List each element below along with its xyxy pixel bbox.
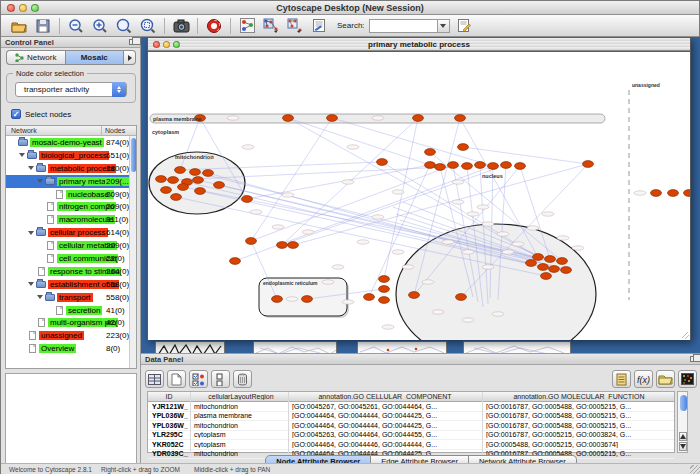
table-column-header[interactable]: annotation.GO MOLECULAR_FUNCTION (482, 393, 676, 400)
network-node[interactable] (379, 286, 390, 293)
scroll-down-button[interactable] (679, 442, 687, 451)
network-node[interactable] (488, 163, 499, 170)
network-node[interactable] (533, 254, 544, 261)
network-node[interactable] (272, 296, 283, 303)
background-window-fragment[interactable] (463, 341, 571, 353)
notes-button[interactable] (612, 370, 631, 388)
attribute-table-header[interactable]: ID_cellularLayoutRegionannotation.GO CEL… (148, 392, 674, 402)
table-row[interactable]: YJR121W__1mitochondrion[GO:0045267, GO:0… (148, 402, 674, 412)
network-node[interactable] (203, 170, 214, 177)
node-color-select[interactable]: transporter activity (15, 82, 127, 97)
tab-overflow-button[interactable] (124, 50, 136, 65)
network-view-window[interactable]: primary metabolic process plasma membran… (147, 37, 691, 340)
attribute-table-button[interactable] (145, 370, 164, 388)
snapshot-button[interactable] (171, 17, 191, 35)
zoom-selected-button[interactable] (138, 17, 158, 35)
network-node[interactable] (277, 242, 288, 249)
tree-row[interactable]: multi-organism pro42(0) (6, 316, 136, 329)
minimize-icon[interactable] (163, 41, 170, 48)
network-node[interactable] (538, 264, 549, 271)
expand-arrow-icon[interactable] (37, 179, 43, 183)
table-row[interactable]: YKR052Ccytoplasm[GO:0044464, GO:0044446,… (148, 440, 674, 450)
network-node[interactable] (230, 258, 241, 265)
float-panel-icon[interactable] (690, 356, 697, 362)
background-window-fragment[interactable] (253, 341, 337, 353)
combo-stepper-icon[interactable] (112, 82, 126, 97)
tab-mosaic[interactable]: Mosaic (65, 50, 125, 65)
network-node[interactable] (668, 190, 679, 197)
resize-grip[interactable] (690, 465, 700, 474)
network-node[interactable] (161, 187, 172, 194)
tree-row[interactable]: metabolic process280(0) (6, 162, 136, 175)
network-node[interactable] (283, 115, 294, 122)
table-row[interactable]: YPL036W__2plasma membrane[GO:0044464, GO… (148, 412, 674, 422)
network-node[interactable] (364, 294, 375, 301)
tree-col-nodes[interactable]: Nodes (105, 127, 125, 134)
network-node[interactable] (583, 161, 594, 168)
select-attributes-button[interactable] (189, 370, 208, 388)
background-window-fragment[interactable] (155, 341, 225, 353)
expand-arrow-icon[interactable] (37, 295, 43, 299)
annotation-button[interactable] (309, 17, 329, 35)
import-button[interactable] (656, 370, 675, 388)
tree-row[interactable]: cellular process614(0) (6, 226, 136, 239)
network-node[interactable] (458, 144, 469, 151)
network-node[interactable] (242, 196, 253, 203)
zoom-out-button[interactable] (66, 17, 86, 35)
tab-network[interactable]: Network (6, 50, 65, 65)
network-node[interactable] (425, 149, 436, 156)
network-node[interactable] (193, 177, 204, 184)
network-window-titlebar[interactable]: primary metabolic process (148, 38, 690, 51)
delete-attribute-button[interactable] (233, 370, 252, 388)
expand-arrow-icon[interactable] (19, 153, 25, 157)
search-dropdown-button[interactable] (437, 19, 450, 33)
network-node[interactable] (288, 242, 299, 249)
network-node[interactable] (214, 182, 225, 189)
unselect-attributes-button[interactable] (211, 370, 230, 388)
select-nodes-checkbox[interactable]: ✓ (11, 109, 21, 119)
network-node[interactable] (456, 294, 467, 301)
tree-row[interactable]: nucleobase-209(0) (6, 188, 136, 201)
network-node[interactable] (526, 260, 537, 267)
network-node[interactable] (302, 296, 313, 303)
network-node[interactable] (684, 190, 691, 197)
tree-row[interactable]: primary metabo209(... (6, 175, 136, 188)
window-controls[interactable] (7, 4, 39, 12)
network-canvas[interactable]: plasma membranecytoplasmmitochondrionnuc… (148, 52, 690, 340)
tree-row[interactable]: response to stimulu264(0) (6, 265, 136, 278)
search-options-button[interactable] (454, 17, 474, 35)
network-node[interactable] (448, 162, 459, 169)
birds-eye-view[interactable] (5, 373, 137, 474)
first-neighbors-button[interactable] (261, 17, 281, 35)
tree-row[interactable]: cellular metabol209(0) (6, 239, 136, 252)
help-button[interactable] (204, 17, 224, 35)
minimize-icon[interactable] (19, 4, 27, 12)
network-node[interactable] (435, 164, 446, 171)
zoom-fit-button[interactable] (114, 17, 134, 35)
network-node[interactable] (515, 163, 526, 170)
network-node[interactable] (379, 297, 390, 304)
network-node[interactable] (425, 162, 436, 169)
tree-scrollbar-thumb[interactable] (131, 138, 136, 172)
table-column-header[interactable]: ID (148, 393, 190, 400)
network-node[interactable] (561, 267, 572, 274)
network-node[interactable] (651, 190, 662, 197)
network-node[interactable] (409, 292, 420, 299)
matrix-button[interactable] (678, 370, 697, 388)
formula-button[interactable]: f(x) (634, 370, 653, 388)
table-column-header[interactable]: _cellularLayoutRegion (190, 393, 288, 400)
network-node[interactable] (195, 188, 206, 195)
tree-row[interactable]: unassigned223(0) (6, 329, 136, 342)
network-node[interactable] (549, 266, 560, 273)
new-attribute-button[interactable] (167, 370, 186, 388)
network-node[interactable] (462, 163, 473, 170)
background-window-fragment[interactable] (357, 341, 447, 353)
network-node[interactable] (501, 162, 512, 169)
network-node[interactable] (190, 169, 201, 176)
copy-network-button[interactable] (285, 17, 305, 35)
tree-row[interactable]: secretion41(0) (6, 304, 136, 317)
network-node[interactable] (377, 159, 388, 166)
table-scrollbar[interactable] (677, 391, 688, 453)
tree-row[interactable]: Overview8(0) (6, 342, 136, 355)
expand-arrow-icon[interactable] (28, 231, 34, 235)
